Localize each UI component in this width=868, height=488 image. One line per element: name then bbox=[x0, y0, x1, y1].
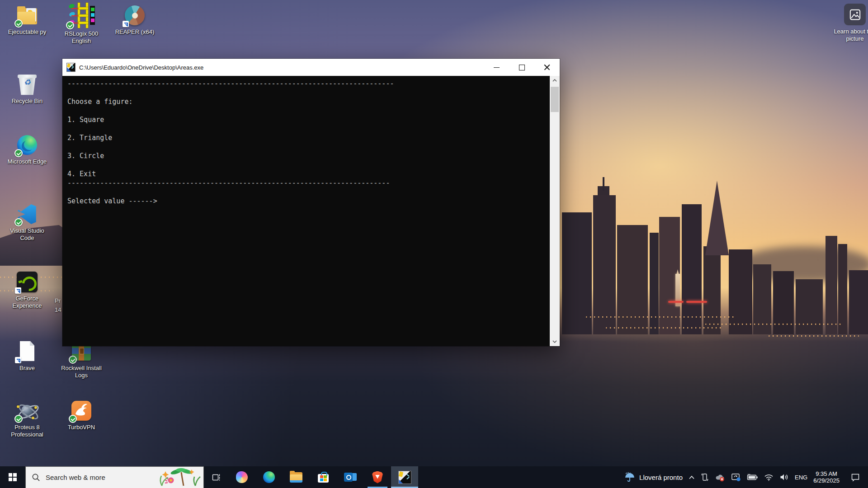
onedrive-synced-badge bbox=[14, 218, 23, 226]
vscode-icon bbox=[16, 203, 38, 225]
taskbar-app-microsoft-store[interactable] bbox=[310, 466, 337, 488]
shortcut-arrow-badge bbox=[15, 287, 21, 294]
task-view-button[interactable] bbox=[204, 466, 228, 488]
desktop-icon-geforce-experience[interactable]: GeForce Experience bbox=[2, 271, 52, 310]
search-placeholder: Search web & more bbox=[46, 474, 105, 481]
taskbar-app-areas-console[interactable] bbox=[391, 466, 418, 488]
wallpaper-antenna bbox=[603, 177, 604, 191]
desktop-icon-ejecuctable-py[interactable]: Ejecuctable py bbox=[2, 5, 52, 36]
weather-widget[interactable]: Lloverá pronto bbox=[624, 472, 683, 483]
console-titlebar[interactable]: C:\Users\Eduardo\OneDrive\Desktop\Areas.… bbox=[62, 59, 560, 76]
desktop-icon-label: Microsoft Edge bbox=[8, 158, 47, 165]
desktop-icon-label: TurboVPN bbox=[68, 424, 95, 431]
task-view-icon bbox=[212, 473, 221, 482]
maximize-button[interactable] bbox=[509, 59, 534, 76]
taskbar-app-file-explorer[interactable] bbox=[283, 466, 310, 488]
file-explorer-icon bbox=[290, 472, 302, 482]
outlook-icon bbox=[344, 471, 357, 483]
desktop-icon-microsoft-edge[interactable]: Microsoft Edge bbox=[2, 134, 52, 165]
wallpaper-pier-lights bbox=[769, 335, 859, 337]
weather-text: Lloverá pronto bbox=[639, 474, 683, 481]
speaker-icon[interactable] bbox=[779, 473, 789, 481]
ladder-logic-icon bbox=[68, 3, 95, 28]
action-center-button[interactable] bbox=[845, 473, 865, 482]
taskbar-app-brave[interactable] bbox=[364, 466, 391, 488]
onedrive-error-icon[interactable] bbox=[715, 473, 725, 482]
wallpaper-building bbox=[593, 195, 616, 334]
phone-link-icon[interactable] bbox=[701, 473, 709, 482]
console-scrollbar[interactable] bbox=[550, 76, 560, 346]
desktop-icon-rockwell-logs[interactable]: Rockwell Install Logs bbox=[57, 341, 106, 379]
minimize-icon bbox=[494, 67, 500, 68]
taskbar-app-copilot[interactable] bbox=[228, 466, 255, 488]
wallpaper-pier-lights bbox=[705, 324, 841, 325]
taskbar-search-input[interactable]: Search web & more bbox=[25, 466, 204, 488]
start-button[interactable] bbox=[0, 466, 25, 488]
wallpaper-building bbox=[650, 233, 659, 334]
display-sync-icon[interactable] bbox=[731, 473, 741, 482]
scrollbar-thumb[interactable] bbox=[551, 87, 559, 112]
desktop-icon-reaper[interactable]: REAPER (x64) bbox=[110, 5, 160, 36]
clock[interactable]: 9:35 AM 6/29/2025 bbox=[813, 470, 840, 484]
notification-icon bbox=[851, 473, 860, 482]
tray-chevron-up[interactable] bbox=[689, 475, 695, 479]
onedrive-synced-badge bbox=[14, 19, 23, 28]
msdos-app-icon bbox=[66, 63, 75, 72]
wallpaper-port-sign bbox=[668, 301, 684, 303]
partial-label-line1: Pr bbox=[55, 296, 61, 305]
taskbar-app-outlook[interactable] bbox=[337, 466, 364, 488]
windows-logo-icon bbox=[9, 473, 17, 481]
brave-lion-icon bbox=[372, 471, 383, 483]
desktop-icon-recycle-bin[interactable]: ♻ Recycle Bin bbox=[2, 74, 52, 105]
close-button[interactable] bbox=[534, 59, 560, 76]
desktop-icon-partial-label[interactable]: Pr 14 bbox=[55, 296, 61, 314]
wifi-icon[interactable] bbox=[764, 474, 774, 481]
wallpaper-building bbox=[796, 279, 823, 334]
desktop-icon-vscode[interactable]: Visual Studio Code bbox=[2, 203, 52, 242]
onedrive-synced-badge bbox=[14, 415, 23, 423]
desktop-icon-label: Visual Studio Code bbox=[3, 227, 52, 242]
shortcut-arrow-badge bbox=[15, 357, 21, 363]
desktop-icon-rslogix-500[interactable]: RSLogix 500 English bbox=[57, 3, 106, 45]
desktop-icon-label: Recycle Bin bbox=[12, 98, 43, 105]
onedrive-synced-badge bbox=[14, 149, 23, 157]
onedrive-synced-badge bbox=[69, 356, 77, 364]
desktop-icon-label: GeForce Experience bbox=[3, 295, 52, 310]
edge-browser-icon bbox=[16, 134, 38, 156]
learn-about-picture-widget[interactable]: Learn about this picture bbox=[830, 4, 868, 42]
search-seasonal-art[interactable] bbox=[156, 468, 203, 488]
wallpaper-building bbox=[617, 225, 648, 334]
partial-label-line2: 14 bbox=[55, 305, 61, 314]
close-icon bbox=[544, 64, 550, 70]
wallpaper-building bbox=[773, 271, 794, 334]
battery-charging-icon[interactable] bbox=[747, 473, 758, 481]
desktop-icon-label: REAPER (x64) bbox=[115, 28, 155, 36]
console-window-title: C:\Users\Eduardo\OneDrive\Desktop\Areas.… bbox=[79, 64, 203, 71]
copilot-icon bbox=[236, 471, 248, 483]
python-folder-icon bbox=[16, 5, 38, 26]
desktop-icon-turbovpn[interactable]: TurboVPN bbox=[57, 400, 106, 431]
rain-umbrella-icon bbox=[624, 472, 635, 483]
wallpaper-building bbox=[849, 270, 868, 334]
microsoft-store-icon bbox=[317, 471, 329, 483]
scroll-up-arrow[interactable] bbox=[550, 76, 560, 85]
wallpaper-building bbox=[682, 204, 702, 334]
desktop-icon-brave[interactable]: Brave bbox=[2, 341, 52, 372]
wallpaper-building bbox=[703, 246, 721, 334]
onedrive-synced-badge bbox=[69, 415, 77, 423]
taskbar-app-edge[interactable] bbox=[255, 466, 283, 488]
clock-date: 6/29/2025 bbox=[813, 477, 840, 484]
learn-about-picture-label: Learn about this picture bbox=[830, 28, 868, 42]
language-indicator[interactable]: ENG bbox=[795, 474, 807, 481]
msdos-app-icon bbox=[398, 471, 411, 484]
desktop-icon-label: Rockwell Install Logs bbox=[57, 365, 106, 379]
picture-info-icon bbox=[844, 4, 866, 25]
minimize-button[interactable] bbox=[484, 59, 509, 76]
shortcut-arrow-badge bbox=[123, 21, 129, 27]
wallpaper-pier-lights bbox=[586, 316, 735, 318]
desktop-icon-proteus[interactable]: Proteus 8 Professional bbox=[2, 400, 52, 438]
console-body[interactable]: ----------------------------------------… bbox=[62, 76, 560, 346]
scroll-down-arrow[interactable] bbox=[550, 337, 560, 346]
search-icon bbox=[32, 473, 40, 482]
wallpaper-building bbox=[838, 244, 847, 334]
